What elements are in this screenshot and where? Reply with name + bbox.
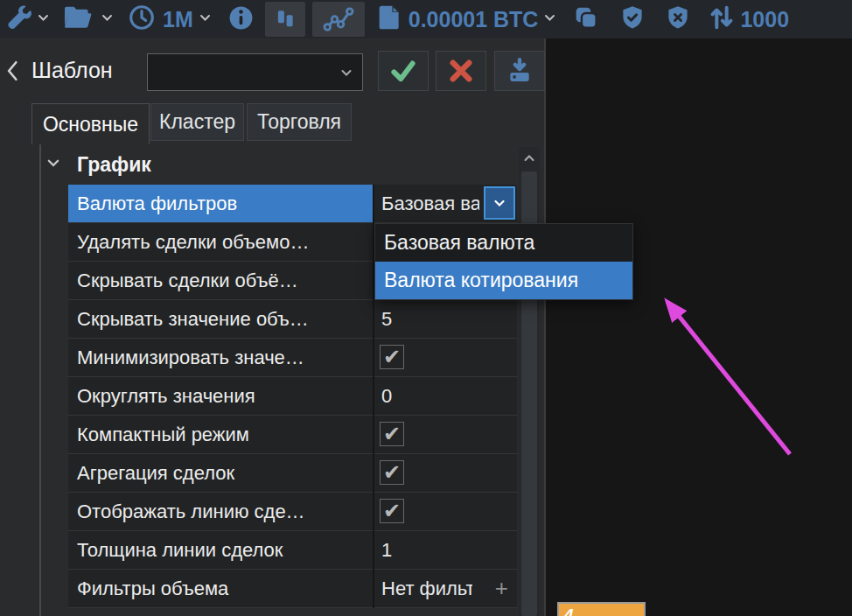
checkbox[interactable]: ✔ xyxy=(380,422,404,446)
settings-row[interactable]: Округлять значения0 xyxy=(68,377,517,416)
wrench-icon[interactable] xyxy=(7,4,33,34)
chevron-down-icon[interactable] xyxy=(543,11,556,27)
template-label: Шаблон xyxy=(31,58,113,83)
settings-row[interactable]: Фильтры объемаНет фильтра+ xyxy=(68,570,517,608)
chevron-down-icon[interactable] xyxy=(37,11,50,27)
instrument-label[interactable]: 0.00001 BTC xyxy=(409,7,539,32)
value-text: 1 xyxy=(374,531,392,569)
setting-value[interactable]: Базовая валюта xyxy=(374,185,517,223)
scroll-up-icon[interactable] xyxy=(519,147,540,170)
tab-main[interactable]: Основные xyxy=(31,103,150,144)
group-expander-icon[interactable] xyxy=(45,156,61,173)
value-text: 5 xyxy=(374,300,392,338)
checkbox[interactable]: ✔ xyxy=(380,345,404,369)
timeframe-label[interactable]: 1M xyxy=(163,7,193,32)
back-chevron-icon[interactable] xyxy=(5,56,24,86)
settings-scrollbar[interactable] xyxy=(519,147,540,616)
apply-button[interactable] xyxy=(378,51,429,91)
close-icon xyxy=(446,56,476,86)
setting-value[interactable]: 1 xyxy=(374,531,517,570)
chart-area[interactable]: 4 xyxy=(544,38,852,616)
setting-label: Отображать линию сде… xyxy=(68,493,373,531)
check-icon: ✔ xyxy=(383,462,401,483)
save-icon xyxy=(506,57,534,85)
combo-value: Базовая валюта xyxy=(374,185,479,222)
copy-icon[interactable] xyxy=(572,4,600,35)
setting-value[interactable]: ✔ xyxy=(374,416,517,454)
tab-trading[interactable]: Торговля xyxy=(247,103,352,141)
trading-app-window: 1M 0.00001 BTC 1000 xyxy=(0,0,852,616)
setting-label: Скрывать значение объ… xyxy=(68,300,373,339)
setting-label: Толщина линии сделок xyxy=(68,531,373,570)
info-icon[interactable] xyxy=(227,4,255,35)
chevron-down-icon xyxy=(492,197,506,209)
combo-open-button[interactable] xyxy=(484,186,515,220)
chevron-down-icon xyxy=(339,66,353,79)
settings-row[interactable]: Толщина линии сделок1 xyxy=(68,531,517,570)
settings-row[interactable]: Минимизировать значе…✔ xyxy=(68,339,517,377)
main-toolbar: 1M 0.00001 BTC 1000 xyxy=(0,0,852,38)
save-template-button[interactable] xyxy=(494,51,545,91)
setting-value[interactable]: ✔ xyxy=(374,493,517,531)
dropdown-item-base-currency[interactable]: Базовая валюта xyxy=(375,224,632,262)
quantity-label[interactable]: 1000 xyxy=(740,7,789,32)
setting-label: Минимизировать значе… xyxy=(68,339,373,377)
setting-label: Компактный режим xyxy=(68,416,373,454)
document-icon[interactable] xyxy=(377,4,402,35)
settings-row[interactable]: Скрывать значение объ…5 xyxy=(68,300,517,339)
panel-divider xyxy=(39,144,41,616)
dropdown-item-quote-currency[interactable]: Валюта котирования xyxy=(375,262,632,299)
template-select[interactable] xyxy=(147,53,363,91)
settings-group-title[interactable]: График xyxy=(77,153,151,177)
setting-value[interactable]: Нет фильтра+ xyxy=(374,570,517,608)
check-icon: ✔ xyxy=(383,500,401,522)
volume-bars-button[interactable] xyxy=(265,2,305,37)
check-icon: ✔ xyxy=(383,424,401,444)
chart-price-badge: 4 xyxy=(557,602,646,616)
setting-label: Скрывать сделки объё… xyxy=(68,262,373,300)
folder-icon[interactable] xyxy=(62,4,94,34)
shield-x-icon[interactable] xyxy=(665,4,691,34)
plus-icon[interactable]: + xyxy=(495,570,508,607)
setting-label: Агрегация сделок xyxy=(68,454,373,493)
line-chart-button[interactable] xyxy=(312,2,365,37)
setting-value[interactable]: 5 xyxy=(374,300,517,339)
chevron-down-icon[interactable] xyxy=(101,11,114,27)
checkbox[interactable]: ✔ xyxy=(380,460,404,485)
value-text: Нет фильтра xyxy=(374,570,472,607)
settings-row[interactable]: Отображать линию сде…✔ xyxy=(68,493,517,531)
currency-dropdown-popup: Базовая валюта Валюта котирования xyxy=(374,223,633,300)
tab-cluster[interactable]: Кластер xyxy=(150,103,244,141)
clock-icon[interactable] xyxy=(128,4,156,35)
setting-label: Фильтры объема xyxy=(68,570,373,608)
setting-value[interactable]: 0 xyxy=(374,377,517,416)
check-icon: ✔ xyxy=(383,346,401,368)
chevron-down-icon[interactable] xyxy=(199,11,212,27)
setting-label: Валюта фильтров xyxy=(68,185,373,223)
checkbox[interactable]: ✔ xyxy=(380,499,404,523)
value-text: 0 xyxy=(374,377,392,415)
shield-check-icon[interactable] xyxy=(619,4,646,34)
settings-row[interactable]: Валюта фильтровБазовая валюта xyxy=(68,185,517,223)
delete-button[interactable] xyxy=(436,51,486,91)
setting-value[interactable]: ✔ xyxy=(374,454,517,493)
check-icon xyxy=(388,56,419,86)
settings-row[interactable]: Агрегация сделок✔ xyxy=(68,454,517,493)
settings-row[interactable]: Компактный режим✔ xyxy=(68,416,517,454)
setting-label: Округлять значения xyxy=(68,377,373,416)
setting-value[interactable]: ✔ xyxy=(374,339,517,377)
sort-arrows-icon[interactable] xyxy=(707,3,737,36)
setting-label: Удалять сделки объемо… xyxy=(68,223,373,262)
